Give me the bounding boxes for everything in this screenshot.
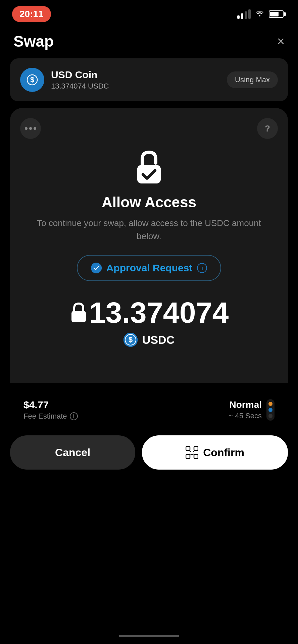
amount-value: 13.374074 xyxy=(20,298,278,327)
svg-rect-12 xyxy=(194,454,198,459)
speed-time: ~ 45 Secs xyxy=(229,412,262,420)
usdc-token-icon: $ xyxy=(123,333,138,347)
status-time: 20:11 xyxy=(12,6,51,22)
signal-icon xyxy=(237,9,251,19)
face-id-icon xyxy=(186,446,198,459)
confirm-button[interactable]: Confirm xyxy=(142,435,288,470)
main-modal: ? Allow Access To continue your swap, al… xyxy=(10,108,288,383)
token-label-text: USDC xyxy=(142,333,175,346)
help-button[interactable]: ? xyxy=(257,118,278,139)
token-left: $ USD Coin 13.374074 USDC xyxy=(20,68,109,92)
token-info: USD Coin 13.374074 USDC xyxy=(51,69,109,91)
using-max-badge: Using Max xyxy=(227,71,278,88)
fee-speed: Normal ~ 45 Secs xyxy=(229,399,262,420)
svg-point-14 xyxy=(193,451,194,452)
svg-point-13 xyxy=(190,451,191,452)
token-card: $ USD Coin 13.374074 USDC Using Max xyxy=(10,58,288,101)
unlock-check-icon xyxy=(132,149,166,186)
fee-right: Normal ~ 45 Secs xyxy=(229,399,275,421)
speed-dot-high xyxy=(268,402,272,406)
lock-prefix-icon xyxy=(69,301,88,324)
token-amount: 13.374074 USDC xyxy=(51,82,109,91)
approval-text: Approval Request xyxy=(106,262,193,274)
fee-info-icon[interactable]: i xyxy=(70,412,78,420)
modal-title: Allow Access xyxy=(20,194,278,211)
modal-description: To continue your swap, allow access to t… xyxy=(20,217,278,243)
lock-icon-container xyxy=(20,149,278,186)
cancel-button[interactable]: Cancel xyxy=(10,435,135,470)
home-indicator xyxy=(0,630,298,644)
svg-point-4 xyxy=(91,263,102,273)
speed-indicator[interactable] xyxy=(266,399,275,421)
modal-top-row: ? xyxy=(20,118,278,139)
fee-left: $4.77 Fee Estimate i xyxy=(23,399,78,421)
svg-rect-9 xyxy=(186,446,190,450)
svg-text:$: $ xyxy=(129,335,133,344)
more-options-button[interactable] xyxy=(20,118,41,139)
approval-info-icon: i xyxy=(197,263,207,273)
token-icon: $ xyxy=(20,68,44,92)
amount-display: 13.374074 $ USDC xyxy=(20,298,278,347)
close-button[interactable]: × xyxy=(277,35,285,48)
approval-request-button[interactable]: Approval Request i xyxy=(77,255,221,281)
fee-amount: $4.77 xyxy=(23,399,78,411)
page-title: Swap xyxy=(13,32,54,50)
svg-rect-11 xyxy=(186,454,190,459)
battery-icon xyxy=(269,10,286,18)
speed-label: Normal xyxy=(229,399,262,410)
fee-label: Fee Estimate i xyxy=(23,412,78,421)
speed-dot-low xyxy=(268,414,272,418)
action-buttons: Cancel Confirm xyxy=(0,429,298,483)
status-icons xyxy=(237,9,286,19)
header: Swap × xyxy=(0,25,298,58)
wifi-icon xyxy=(255,9,265,19)
shield-check-icon xyxy=(91,263,102,273)
svg-rect-5 xyxy=(71,311,86,322)
svg-rect-3 xyxy=(137,165,161,183)
svg-text:$: $ xyxy=(30,75,34,84)
fee-row: $4.77 Fee Estimate i Normal ~ 45 Secs xyxy=(10,390,288,429)
status-bar: 20:11 xyxy=(0,0,298,25)
speed-dot-normal xyxy=(268,408,272,412)
token-label: $ USDC xyxy=(20,333,278,347)
home-bar xyxy=(119,635,179,637)
svg-rect-10 xyxy=(194,446,198,450)
token-name: USD Coin xyxy=(51,69,109,80)
